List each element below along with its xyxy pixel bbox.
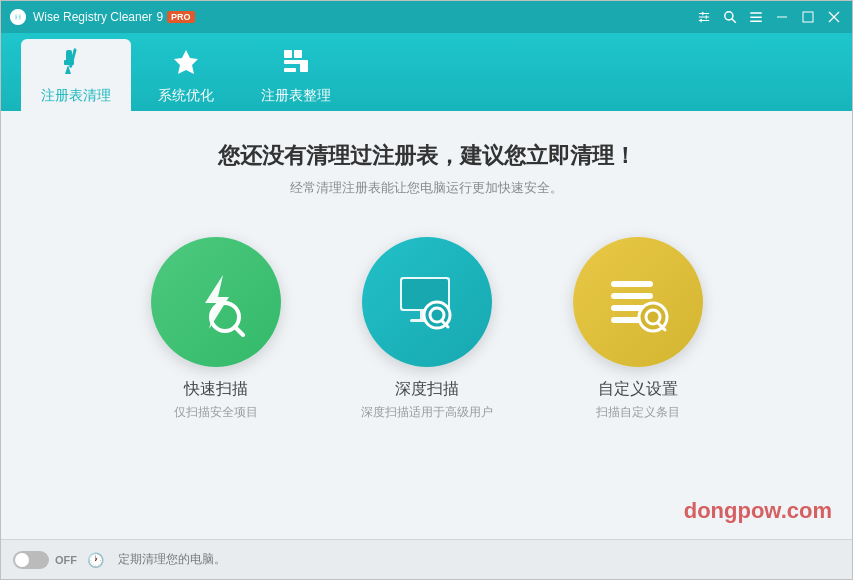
- custom-scan-sublabel: 扫描自定义条目: [596, 404, 680, 421]
- svg-rect-12: [777, 17, 787, 18]
- tab-registry-clean[interactable]: 注册表清理: [21, 39, 131, 111]
- svg-rect-36: [611, 317, 641, 323]
- menu-icon[interactable]: [746, 7, 766, 27]
- maximize-button[interactable]: [798, 7, 818, 27]
- deep-scan-sublabel: 深度扫描适用于高级用户: [361, 404, 493, 421]
- toggle-pill[interactable]: [13, 551, 49, 569]
- clock-icon: 🕐: [87, 552, 104, 568]
- close-button[interactable]: [824, 7, 844, 27]
- svg-rect-5: [706, 15, 707, 19]
- quick-scan-sublabel: 仅扫描安全项目: [174, 404, 258, 421]
- system-optimize-icon: [170, 46, 202, 83]
- main-content: 您还没有清理过注册表，建议您立即清理！ 经常清理注册表能让您电脑运行更加快速安全…: [1, 111, 852, 541]
- tab-system-optimize[interactable]: 系统优化: [131, 39, 241, 111]
- svg-rect-20: [294, 50, 302, 58]
- svg-rect-9: [750, 12, 762, 13]
- svg-rect-34: [611, 293, 653, 299]
- deep-scan-label: 深度扫描: [395, 379, 459, 400]
- app-logo-icon: [9, 8, 27, 26]
- svg-rect-13: [803, 12, 813, 22]
- svg-rect-1: [699, 13, 710, 14]
- titlebar-controls: [694, 7, 844, 27]
- deep-scan-circle[interactable]: [362, 237, 492, 367]
- main-headline: 您还没有清理过注册表，建议您立即清理！: [218, 141, 636, 171]
- svg-rect-19: [284, 50, 292, 58]
- svg-rect-11: [750, 21, 762, 22]
- statusbar: OFF 🕐 定期清理您的电脑。: [1, 539, 852, 579]
- app-badge: PRO: [167, 11, 195, 23]
- action-deep-scan[interactable]: 深度扫描 深度扫描适用于高级用户: [361, 237, 493, 421]
- minimize-button[interactable]: [772, 7, 792, 27]
- schedule-toggle[interactable]: OFF: [13, 551, 77, 569]
- svg-rect-33: [611, 281, 653, 287]
- svg-rect-21: [284, 60, 302, 64]
- svg-rect-3: [699, 20, 710, 21]
- svg-rect-23: [300, 60, 308, 72]
- svg-rect-2: [699, 16, 710, 17]
- main-subheadline: 经常清理注册表能让您电脑运行更加快速安全。: [290, 179, 563, 197]
- tab-registry-defrag-label: 注册表整理: [261, 87, 331, 105]
- svg-rect-6: [701, 19, 702, 23]
- app-version: 9: [156, 10, 163, 24]
- quick-scan-label: 快速扫描: [184, 379, 248, 400]
- action-quick-scan[interactable]: 快速扫描 仅扫描安全项目: [151, 237, 281, 421]
- tab-system-optimize-label: 系统优化: [158, 87, 214, 105]
- titlebar: Wise Registry Cleaner 9 PRO: [1, 1, 852, 33]
- svg-line-25: [235, 327, 243, 335]
- actions-row: 快速扫描 仅扫描安全项目 深度扫描 深度扫描适用于高级用户: [151, 237, 703, 421]
- custom-scan-circle[interactable]: [573, 237, 703, 367]
- app-title: Wise Registry Cleaner: [33, 10, 152, 24]
- svg-rect-22: [284, 68, 296, 72]
- svg-line-8: [732, 19, 736, 23]
- nav-bar: 注册表清理 系统优化 注册表整理: [1, 33, 852, 111]
- registry-clean-icon: [60, 46, 92, 83]
- svg-point-7: [725, 12, 733, 20]
- registry-defrag-icon: [280, 46, 312, 83]
- svg-rect-10: [750, 16, 762, 17]
- action-custom-scan[interactable]: 自定义设置 扫描自定义条目: [573, 237, 703, 421]
- tab-registry-clean-label: 注册表清理: [41, 87, 111, 105]
- svg-rect-4: [702, 12, 703, 16]
- toggle-label: OFF: [55, 554, 77, 566]
- tab-registry-defrag[interactable]: 注册表整理: [241, 39, 351, 111]
- status-text: 定期清理您的电脑。: [118, 551, 226, 568]
- search-icon[interactable]: [720, 7, 740, 27]
- custom-scan-label: 自定义设置: [598, 379, 678, 400]
- quick-scan-circle[interactable]: [151, 237, 281, 367]
- settings-icon[interactable]: [694, 7, 714, 27]
